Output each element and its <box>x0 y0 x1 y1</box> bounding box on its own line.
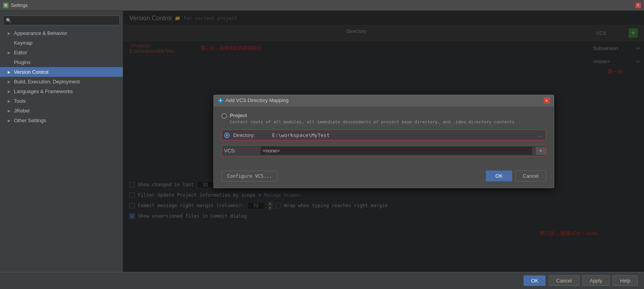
window-title: Settings <box>11 3 27 8</box>
sidebar-item-label: JRebel <box>14 108 29 114</box>
arrow-icon: ▶ <box>8 80 12 84</box>
sidebar-item-label: Build, Execution, Deployment <box>14 79 80 85</box>
sidebar-item-languages[interactable]: ▶ Languages & Frameworks <box>0 87 123 96</box>
search-icon: 🔍 <box>6 18 12 23</box>
directory-label: Directory: <box>234 132 268 138</box>
directory-field-row: Directory: ... <box>222 130 546 140</box>
arrow-icon: ▶ <box>8 109 12 113</box>
sidebar: 🔍 ▶ Appearance & Behavior Keymap ▶ Edito… <box>0 11 123 272</box>
sidebar-item-tools[interactable]: ▶ Tools <box>0 96 123 106</box>
modal-title-bar: 💠 Add VCS Directory Mapping × <box>214 95 554 106</box>
modal-body: Project Content roots of all modules, al… <box>214 106 554 167</box>
arrow-icon: ▶ <box>8 51 12 55</box>
sidebar-item-keymap[interactable]: Keymap <box>0 38 123 48</box>
sidebar-item-editor[interactable]: ▶ Editor <box>0 48 123 57</box>
project-radio-row: Project Content roots of all modules, al… <box>222 112 546 125</box>
main-layout: 🔍 ▶ Appearance & Behavior Keymap ▶ Edito… <box>0 11 644 272</box>
project-option-label: Project <box>230 112 515 118</box>
sidebar-item-label: Languages & Frameworks <box>14 88 73 94</box>
sidebar-item-label: Version Control <box>14 69 48 75</box>
modal-cancel-button[interactable]: Cancel <box>515 170 546 182</box>
sidebar-item-version-control[interactable]: ▶ Version Control <box>0 67 123 77</box>
sidebar-item-label: Tools <box>14 98 26 104</box>
modal-footer: Configure VCS... OK Cancel <box>214 167 554 188</box>
sidebar-item-other[interactable]: ▶ Other Settings <box>0 116 123 125</box>
apply-button[interactable]: Apply <box>582 275 610 286</box>
project-radio[interactable] <box>222 113 227 119</box>
modal-icon: 💠 <box>218 98 223 103</box>
cancel-button[interactable]: Cancel <box>549 275 579 286</box>
arrow-icon: ▶ <box>8 119 12 123</box>
content-area: Version Control 📁 For current project Di… <box>123 11 644 272</box>
modal-title: 💠 Add VCS Directory Mapping <box>218 97 289 103</box>
search-box[interactable]: 🔍 <box>3 16 120 25</box>
vcs-field-row: VCS: <none> Git Subversion Mercurial ▼ <box>222 145 546 156</box>
window-close-button[interactable]: × <box>635 3 641 8</box>
arrow-icon: ▶ <box>8 90 12 93</box>
modal-overlay: 💠 Add VCS Directory Mapping × P <box>123 11 644 272</box>
sidebar-item-jrebel[interactable]: ▶ JRebel <box>0 106 123 116</box>
directory-radio[interactable] <box>224 133 230 138</box>
add-vcs-dialog: 💠 Add VCS Directory Mapping × P <box>213 95 554 188</box>
ok-button[interactable]: OK <box>524 275 546 286</box>
modal-close-button[interactable]: × <box>544 97 550 104</box>
arrow-icon: ▶ <box>8 70 12 74</box>
title-bar: ⚙ Settings × <box>0 0 644 11</box>
sidebar-item-build[interactable]: ▶ Build, Execution, Deployment <box>0 77 123 87</box>
project-option-desc: Content roots of all modules, all immedi… <box>230 119 515 125</box>
help-button[interactable]: Help <box>613 275 638 286</box>
search-input[interactable] <box>14 17 117 23</box>
sidebar-item-label: Editor <box>14 50 27 55</box>
directory-input[interactable] <box>272 132 532 138</box>
vcs-select[interactable]: <none> Git Subversion Mercurial <box>261 147 532 155</box>
vcs-label: VCS: <box>222 145 257 156</box>
modal-ok-button[interactable]: OK <box>486 170 512 182</box>
configure-vcs-button[interactable]: Configure VCS... <box>222 171 278 182</box>
sidebar-item-label: Keymap <box>14 40 33 46</box>
arrow-icon: ▶ <box>8 99 12 103</box>
sidebar-item-plugins[interactable]: Plugins <box>0 57 123 67</box>
select-arrow-icon: ▼ <box>536 147 546 155</box>
arrow-icon: ▶ <box>8 31 12 35</box>
sidebar-item-label: Other Settings <box>14 118 46 123</box>
sidebar-item-appearance[interactable]: ▶ Appearance & Behavior <box>0 28 123 38</box>
browse-button[interactable]: ... <box>536 132 543 138</box>
sidebar-item-label: Plugins <box>14 59 31 65</box>
bottom-bar: OK Cancel Apply Help <box>0 272 644 289</box>
sidebar-item-label: Appearance & Behavior <box>14 30 67 36</box>
app-icon: ⚙ <box>3 3 9 8</box>
